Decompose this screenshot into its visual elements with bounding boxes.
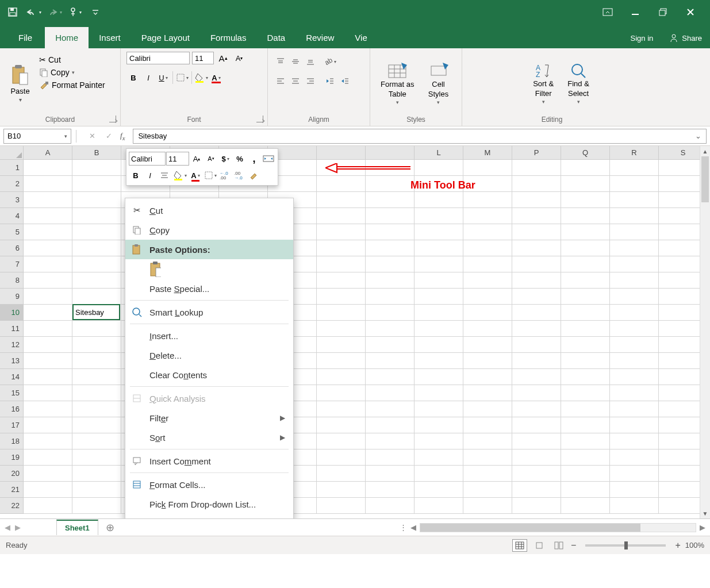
- cell[interactable]: [24, 192, 72, 208]
- cell[interactable]: [610, 224, 659, 240]
- cell[interactable]: [24, 369, 72, 385]
- italic-button[interactable]: I: [141, 71, 155, 84]
- cell[interactable]: [512, 369, 561, 385]
- cell[interactable]: [72, 401, 121, 417]
- mini-merge-icon[interactable]: [262, 151, 275, 166]
- cell[interactable]: [561, 208, 610, 224]
- cell[interactable]: [317, 305, 366, 321]
- cell[interactable]: [415, 240, 463, 256]
- cell[interactable]: [24, 385, 72, 401]
- scroll-left-icon[interactable]: ◀: [410, 523, 416, 532]
- cell[interactable]: [512, 256, 561, 272]
- ctx-cut[interactable]: ✂Cut: [125, 201, 293, 220]
- cell[interactable]: [463, 385, 512, 401]
- fill-color-button[interactable]: [194, 71, 208, 84]
- mini-font-combo[interactable]: [129, 152, 166, 166]
- cell[interactable]: [72, 256, 121, 272]
- row-header[interactable]: 12: [0, 337, 24, 353]
- cell[interactable]: [610, 289, 659, 305]
- cell[interactable]: [561, 417, 610, 433]
- mini-format-painter-icon[interactable]: [247, 168, 261, 183]
- cell[interactable]: [561, 240, 610, 256]
- selected-cell[interactable]: Sitesbay: [72, 304, 120, 320]
- cell[interactable]: [512, 417, 561, 433]
- cell[interactable]: [24, 256, 72, 272]
- bold-button[interactable]: B: [126, 71, 140, 84]
- cell[interactable]: [317, 369, 366, 385]
- cell[interactable]: [463, 256, 512, 272]
- cell[interactable]: [463, 224, 512, 240]
- cell[interactable]: [415, 385, 463, 401]
- column-header[interactable]: L: [415, 146, 463, 160]
- cell[interactable]: [72, 289, 121, 305]
- format-painter-button[interactable]: Format Painter: [39, 79, 105, 91]
- ctx-paste-special[interactable]: Paste Special...: [125, 279, 293, 298]
- cell[interactable]: [415, 353, 463, 369]
- zoom-level-label[interactable]: 100%: [685, 541, 704, 549]
- cell[interactable]: [610, 482, 659, 498]
- tab-view[interactable]: Vie: [344, 27, 377, 48]
- cell[interactable]: [24, 224, 72, 240]
- row-header[interactable]: 17: [0, 417, 24, 433]
- cell[interactable]: [610, 417, 659, 433]
- name-box[interactable]: B10▾: [3, 129, 71, 144]
- cell[interactable]: [317, 433, 366, 449]
- cell[interactable]: [415, 401, 463, 417]
- cell[interactable]: [610, 321, 659, 337]
- row-header[interactable]: 9: [0, 289, 24, 305]
- cell[interactable]: [72, 176, 121, 192]
- cell[interactable]: [463, 369, 512, 385]
- cell[interactable]: [317, 401, 366, 417]
- ctx-clear[interactable]: Clear Contents: [125, 365, 293, 385]
- row-header[interactable]: 6: [0, 240, 24, 256]
- add-sheet-icon[interactable]: ⊕: [103, 520, 118, 535]
- page-layout-view-icon[interactable]: [532, 539, 547, 552]
- borders-button[interactable]: [175, 71, 189, 84]
- cell[interactable]: [561, 353, 610, 369]
- cell[interactable]: [415, 498, 463, 514]
- cell[interactable]: [317, 272, 366, 289]
- cell[interactable]: [24, 466, 72, 482]
- cell[interactable]: [366, 449, 415, 466]
- tab-home[interactable]: Home: [45, 27, 89, 48]
- mini-comma-icon[interactable]: ,: [247, 151, 261, 166]
- cell[interactable]: [366, 240, 415, 256]
- tab-insert[interactable]: Insert: [89, 27, 131, 48]
- cell[interactable]: [317, 289, 366, 305]
- cell[interactable]: [366, 417, 415, 433]
- cell[interactable]: [24, 160, 72, 176]
- cell[interactable]: [463, 466, 512, 482]
- cell[interactable]: [561, 337, 610, 353]
- page-break-view-icon[interactable]: [551, 539, 566, 552]
- cell[interactable]: [24, 498, 72, 514]
- cell[interactable]: [317, 321, 366, 337]
- cell[interactable]: [24, 208, 72, 224]
- copy-button[interactable]: Copy ▾: [39, 67, 105, 78]
- row-header[interactable]: 1: [0, 160, 24, 176]
- mini-borders-icon[interactable]: [203, 168, 218, 183]
- cell[interactable]: [463, 449, 512, 466]
- cell[interactable]: [415, 224, 463, 240]
- cell[interactable]: [610, 240, 659, 256]
- cell[interactable]: [610, 498, 659, 514]
- row-header[interactable]: 3: [0, 192, 24, 208]
- cell[interactable]: [366, 256, 415, 272]
- row-header[interactable]: 16: [0, 401, 24, 417]
- cell[interactable]: [72, 353, 121, 369]
- mini-decrease-font-icon[interactable]: A▾: [204, 151, 218, 166]
- cell[interactable]: [561, 385, 610, 401]
- cell[interactable]: [72, 192, 121, 208]
- prev-sheet-icon[interactable]: ◀: [5, 523, 10, 532]
- restore-icon[interactable]: [655, 4, 671, 20]
- customize-qat-icon[interactable]: [87, 4, 103, 20]
- cell[interactable]: [366, 369, 415, 385]
- cell[interactable]: [415, 160, 463, 176]
- cell[interactable]: [463, 192, 512, 208]
- mini-fill-color-icon[interactable]: [172, 168, 188, 183]
- cell[interactable]: [610, 466, 659, 482]
- cell[interactable]: [317, 192, 366, 208]
- column-header[interactable]: P: [512, 146, 561, 160]
- cell[interactable]: [317, 176, 366, 192]
- cell[interactable]: [366, 305, 415, 321]
- cell[interactable]: [24, 240, 72, 256]
